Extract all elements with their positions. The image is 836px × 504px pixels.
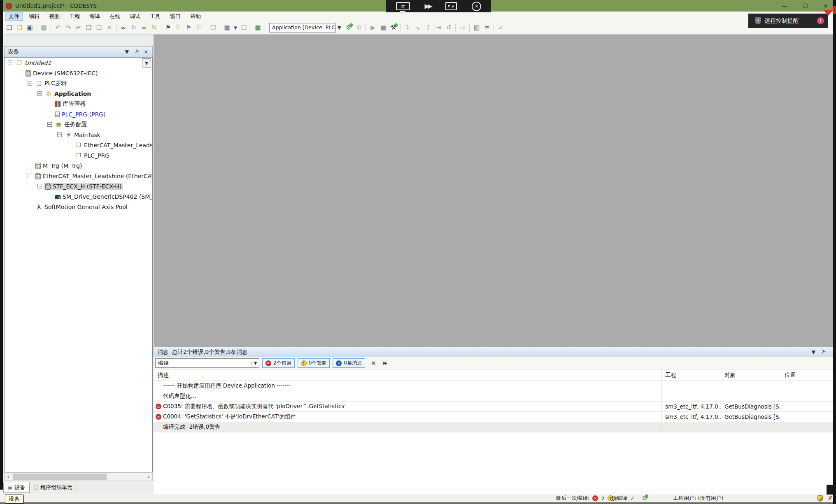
menu-item-9[interactable]: 帮助	[186, 12, 205, 21]
tree-item-content[interactable]: SM_Drive_GenericDSP402 (SM_Driv	[54, 193, 153, 200]
expand-toggle-icon[interactable]: −	[37, 91, 42, 96]
pin-icon[interactable]: ⊤	[820, 348, 827, 356]
scrollbar-thumb[interactable]	[13, 474, 107, 480]
menu-item-6[interactable]: 调试	[126, 12, 144, 21]
force-values-icon[interactable]: ≡	[482, 23, 491, 32]
tree-item[interactable]: −❖MainTask	[5, 130, 152, 140]
menu-item-7[interactable]: 工具	[146, 12, 164, 21]
scrollbar-track[interactable]	[12, 473, 145, 481]
expand-toggle-icon[interactable]: −	[28, 81, 32, 86]
horizontal-scrollbar[interactable]: ‹ ›	[4, 472, 153, 481]
tree-item[interactable]: 库管理器	[5, 99, 152, 109]
tree-item[interactable]: −STF_ECX_H (STF-ECX-H)	[5, 181, 152, 191]
incremental-search-icon[interactable]: ↻	[129, 23, 138, 32]
redo-icon[interactable]: ↷	[64, 23, 72, 32]
build-icon[interactable]: ▦	[223, 23, 231, 32]
tree-item[interactable]: ⅄SoftMotion General Axis Pool	[5, 202, 152, 212]
menu-item-5[interactable]: 在线	[106, 12, 124, 21]
scroll-left-icon[interactable]: ‹	[5, 474, 12, 480]
tree-item-content[interactable]: ❖MainTask	[64, 131, 102, 139]
messages-filter-button[interactable]: i 0条消息	[333, 358, 365, 368]
cut-icon[interactable]: ✂	[74, 23, 83, 32]
menu-item-1[interactable]: 编辑	[25, 12, 43, 21]
tree-item-content[interactable]: EtherCAT_Master_Leadshine (EtherCAT Mast	[34, 172, 153, 180]
tab-pou[interactable]: ❏ 程序组织单元	[30, 482, 77, 493]
tree-item-content[interactable]: ▦任务配置	[54, 121, 88, 129]
expand-toggle-icon[interactable]: −	[57, 132, 62, 137]
tree-item[interactable]: −❐Untitled1	[5, 58, 152, 68]
find-icon[interactable]: ∞	[119, 23, 128, 32]
tree-item-content[interactable]: 库管理器	[54, 100, 87, 108]
tree-item[interactable]: −EtherCAT_Master_Leadshine (EtherCAT Mas…	[5, 171, 152, 181]
tab-devices[interactable]: ▣ 设备	[3, 482, 30, 493]
tree-item[interactable]: −⚙Application	[5, 88, 152, 99]
tree-item[interactable]: SM_Drive_GenericDSP402 (SM_Driv	[5, 191, 152, 202]
step-into-icon[interactable]: ⤷	[413, 23, 422, 32]
chevron-down-icon[interactable]: ▼	[812, 349, 815, 355]
print-icon[interactable]: ▤	[40, 23, 48, 32]
message-category-combo[interactable]: 编译 ▼	[155, 358, 259, 368]
tree-item[interactable]: −▦任务配置	[5, 119, 152, 130]
login-icon[interactable]: ⚙	[344, 23, 353, 32]
expand-toggle-icon[interactable]: −	[47, 122, 52, 127]
tree-item[interactable]: PLC_PRG (PRG)	[5, 109, 152, 119]
start-icon[interactable]: ▶	[368, 23, 377, 32]
remote-control-alert[interactable]: ! 远程控制提醒 1	[748, 14, 828, 28]
swap-screen-icon[interactable]: ⇄	[396, 2, 410, 10]
warnings-filter-button[interactable]: ! 0个警告	[298, 358, 330, 368]
tree-item-content[interactable]: ❐PLC_PRG	[74, 152, 111, 159]
static-analysis-icon[interactable]: ✓	[496, 23, 505, 32]
tree-item[interactable]: ❐EtherCAT_Master_Leadshine	[5, 140, 152, 150]
tree-item-content[interactable]: ❏PLC逻辑	[34, 79, 68, 88]
reset-icon[interactable]: ↺	[444, 23, 453, 32]
clear-messages-icon[interactable]: ✕	[371, 360, 376, 367]
tree-item[interactable]: −❏PLC逻辑	[5, 78, 152, 88]
step-over-icon[interactable]: ⤵	[403, 23, 412, 32]
expand-toggle-icon[interactable]: −	[37, 184, 42, 188]
message-row[interactable]: 编译完成--2错误,0警告	[154, 422, 833, 432]
undo-icon[interactable]: ↶	[54, 23, 62, 32]
project-information-icon[interactable]: ▦	[254, 23, 262, 32]
tree-item[interactable]: ❐PLC_PRG	[5, 150, 152, 160]
tree-item-content[interactable]: ❐EtherCAT_Master_Leadshine	[74, 142, 153, 149]
tree-item-content[interactable]: ❐Untitled1	[14, 59, 52, 67]
chevron-down-icon[interactable]: ▼	[125, 49, 129, 55]
column-project[interactable]: 工程	[662, 369, 721, 381]
previous-bookmark-icon[interactable]: ⚐	[174, 23, 183, 32]
errors-filter-button[interactable]: ✕ 2个错误	[262, 358, 295, 368]
delete-all-messages-icon[interactable]: ✕̶	[382, 360, 387, 367]
tree-item-content[interactable]: ⚙Application	[44, 90, 92, 98]
column-description[interactable]: 描述	[154, 369, 662, 381]
expand-toggle-icon[interactable]: −	[28, 174, 32, 178]
bookmark-icon[interactable]: ⚑	[164, 23, 172, 32]
close-icon[interactable]: ✕	[144, 49, 148, 55]
run-to-cursor-icon[interactable]: ⇥	[434, 23, 442, 32]
tree-item-content[interactable]: PLC_PRG (PRG)	[54, 111, 107, 118]
step-out-icon[interactable]: ⤴	[424, 23, 432, 32]
close-session-icon[interactable]: ✕	[472, 2, 481, 11]
tree-item-content[interactable]: Device (SMC632E-IEC)	[24, 70, 99, 77]
chevron-down-icon[interactable]: ▼	[338, 25, 341, 30]
logout-icon[interactable]: ⚙	[354, 23, 363, 32]
menu-item-8[interactable]: 窗口	[166, 12, 184, 21]
clear-bookmarks-icon[interactable]: ⚐	[195, 23, 203, 32]
tree-item-content[interactable]: STF_ECX_H (STF-ECX-H)	[44, 183, 123, 190]
tree-item[interactable]: M_Trg (M_Trg)	[5, 160, 152, 171]
message-row[interactable]: ------ 开始构建应用程序 Device.Application -----…	[154, 381, 833, 391]
next-bookmark-icon[interactable]: ⚑	[184, 23, 193, 32]
expand-toggle-icon[interactable]: −	[8, 60, 12, 65]
new-file-icon[interactable]: ❏	[5, 23, 14, 32]
delete-icon[interactable]: ✕	[105, 23, 114, 32]
active-application-combo[interactable]: Application [Device: PLC逻辑]	[269, 23, 336, 33]
save-icon[interactable]: ▣	[26, 23, 34, 32]
menu-item-2[interactable]: 视图	[45, 12, 63, 21]
build-configuration-icon[interactable]: ⚒	[389, 23, 398, 32]
tree-filter-dropdown[interactable]: ▼	[142, 58, 151, 67]
tree-item[interactable]: −Device (SMC632E-IEC)	[5, 68, 152, 78]
column-object[interactable]: 对象	[721, 369, 781, 381]
menu-item-4[interactable]: 编译	[86, 12, 104, 21]
replace-all-icon[interactable]: ↻	[150, 23, 158, 32]
message-row[interactable]: ✕C0035: 需要程序名、函数或功能块实例替代 'pIoDriver^.Get…	[154, 402, 833, 412]
tree-item-content[interactable]: M_Trg (M_Trg)	[34, 162, 83, 170]
tree-item-content[interactable]: ⅄SoftMotion General Axis Pool	[34, 203, 129, 211]
